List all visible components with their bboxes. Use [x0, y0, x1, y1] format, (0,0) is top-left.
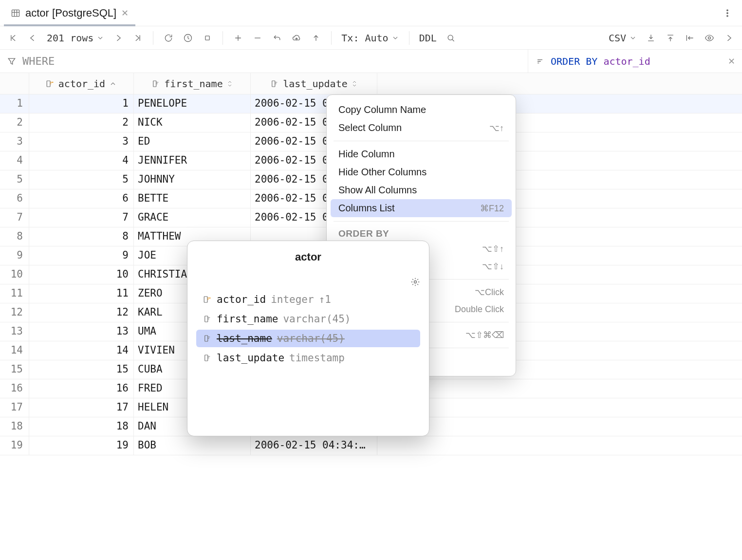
cell-actor-id[interactable]: 7 — [29, 208, 134, 227]
cell-first-name[interactable]: PENELOPE — [134, 94, 251, 113]
cell-first-name[interactable]: BOB — [134, 436, 251, 455]
order-by-filter[interactable]: ORDER BY actor_id ✕ — [528, 50, 742, 73]
toolbar-separator — [153, 31, 153, 45]
active-tab-indicator — [4, 24, 135, 26]
next-page-button[interactable] — [110, 30, 127, 46]
columns-popup-item[interactable]: first_name varchar(45) — [196, 310, 420, 328]
search-button[interactable] — [443, 30, 459, 46]
delete-row-button[interactable] — [249, 30, 266, 46]
ddl-button[interactable]: DDL — [416, 30, 440, 46]
columns-popup-item[interactable]: actor_id integer ↑1 — [196, 291, 420, 308]
cell-actor-id[interactable]: 14 — [29, 341, 134, 360]
cell-actor-id[interactable]: 5 — [29, 170, 134, 189]
editor-tab-actor[interactable]: actor [PostgreSQL] ✕ — [4, 0, 135, 26]
ctx-copy-column-name[interactable]: Copy Column Name — [331, 101, 512, 119]
svg-point-14 — [209, 298, 210, 299]
download-button[interactable] — [643, 30, 659, 46]
ctx-select-column[interactable]: Select Column⌥↑ — [331, 119, 512, 137]
export-format-dropdown[interactable]: CSV — [606, 30, 640, 46]
ctx-show-all-columns[interactable]: Show All Columns — [331, 181, 512, 199]
columns-popup-title: actor — [187, 248, 429, 264]
cell-first-name[interactable]: ED — [134, 132, 251, 151]
columns-popup-item[interactable]: last_update timestamp — [196, 349, 420, 367]
import-button[interactable] — [682, 30, 698, 46]
row-number: 8 — [0, 227, 29, 246]
cell-first-name[interactable]: JENNIFER — [134, 151, 251, 170]
row-number: 7 — [0, 208, 29, 227]
svg-rect-13 — [204, 297, 207, 302]
row-number: 9 — [0, 246, 29, 265]
cell-actor-id[interactable]: 1 — [29, 94, 134, 113]
cell-actor-id[interactable]: 15 — [29, 360, 134, 379]
row-number: 2 — [0, 113, 29, 132]
cell-first-name[interactable]: JOHNNY — [134, 170, 251, 189]
prev-page-button[interactable] — [24, 30, 41, 46]
column-header-last-update[interactable]: last_update — [251, 73, 377, 94]
view-mode-button[interactable] — [701, 30, 718, 46]
column-icon — [203, 354, 212, 362]
cell-actor-id[interactable]: 3 — [29, 132, 134, 151]
revert-button[interactable] — [269, 30, 285, 46]
last-page-button[interactable] — [130, 30, 146, 46]
column-header-actor-id[interactable]: actor_id — [29, 73, 134, 94]
toolbar-separator — [223, 31, 223, 45]
submit-to-cloud-button[interactable] — [288, 30, 305, 46]
add-row-button[interactable] — [230, 30, 246, 46]
clear-order-icon[interactable]: ✕ — [728, 56, 735, 67]
first-page-button[interactable] — [5, 30, 21, 46]
close-tab-icon[interactable]: ✕ — [121, 8, 129, 19]
columns-popup-item[interactable]: last_name varchar(45) — [196, 330, 420, 347]
ctx-columns-list[interactable]: Columns List⌘F12 — [331, 199, 512, 217]
columns-popup-settings-button[interactable] — [410, 277, 420, 287]
cell-actor-id[interactable]: 4 — [29, 151, 134, 170]
cell-actor-id[interactable]: 9 — [29, 246, 134, 265]
upload-button[interactable] — [662, 30, 679, 46]
more-tabs-button[interactable] — [717, 4, 738, 22]
where-filter[interactable]: WHERE — [0, 50, 528, 73]
cell-actor-id[interactable]: 11 — [29, 284, 134, 303]
row-number: 12 — [0, 303, 29, 322]
menu-separator — [334, 221, 509, 222]
svg-point-2 — [727, 12, 728, 14]
cell-actor-id[interactable]: 10 — [29, 265, 134, 284]
column-header-first-name[interactable]: first_name — [134, 73, 251, 94]
svg-rect-8 — [47, 81, 50, 87]
cell-actor-id[interactable]: 2 — [29, 113, 134, 132]
cell-actor-id[interactable]: 16 — [29, 379, 134, 398]
ctx-hide-column[interactable]: Hide Column — [331, 145, 512, 163]
filter-bar: WHERE ORDER BY actor_id ✕ — [0, 50, 742, 73]
column-name: actor_id — [217, 294, 266, 305]
row-number: 13 — [0, 322, 29, 341]
sort-asc-icon — [109, 80, 117, 88]
table-icon — [11, 8, 20, 18]
cell-actor-id[interactable]: 19 — [29, 436, 134, 455]
cell-actor-id[interactable]: 12 — [29, 303, 134, 322]
stop-button[interactable] — [199, 30, 216, 46]
expand-button[interactable] — [721, 30, 737, 46]
svg-point-6 — [448, 35, 453, 40]
cell-actor-id[interactable]: 17 — [29, 398, 134, 417]
row-number: 4 — [0, 151, 29, 170]
ctx-hide-other-columns[interactable]: Hide Other Columns — [331, 163, 512, 181]
svg-rect-15 — [205, 316, 208, 322]
cell-actor-id[interactable]: 8 — [29, 227, 134, 246]
table-row[interactable]: 1919BOB2006-02-15 04:34:… — [0, 436, 742, 455]
cell-actor-id[interactable]: 13 — [29, 322, 134, 341]
transaction-mode-dropdown[interactable]: Tx: Auto — [338, 30, 402, 46]
row-number: 5 — [0, 170, 29, 189]
submit-button[interactable] — [308, 30, 324, 46]
reload-button[interactable] — [160, 30, 177, 46]
column-name: first_name — [217, 313, 278, 325]
toolbar-separator — [409, 31, 409, 45]
row-count-dropdown[interactable]: 201 rows — [44, 30, 107, 46]
cell-first-name[interactable]: GRACE — [134, 208, 251, 227]
cell-actor-id[interactable]: 18 — [29, 417, 134, 436]
history-button[interactable] — [180, 30, 196, 46]
sort-icon — [535, 56, 545, 66]
cell-first-name[interactable]: NICK — [134, 113, 251, 132]
grid-header: actor_id first_name last_update — [0, 73, 742, 94]
cell-last-update[interactable]: 2006-02-15 04:34:… — [251, 436, 377, 455]
cell-actor-id[interactable]: 6 — [29, 189, 134, 208]
column-icon — [203, 315, 212, 323]
cell-first-name[interactable]: BETTE — [134, 189, 251, 208]
